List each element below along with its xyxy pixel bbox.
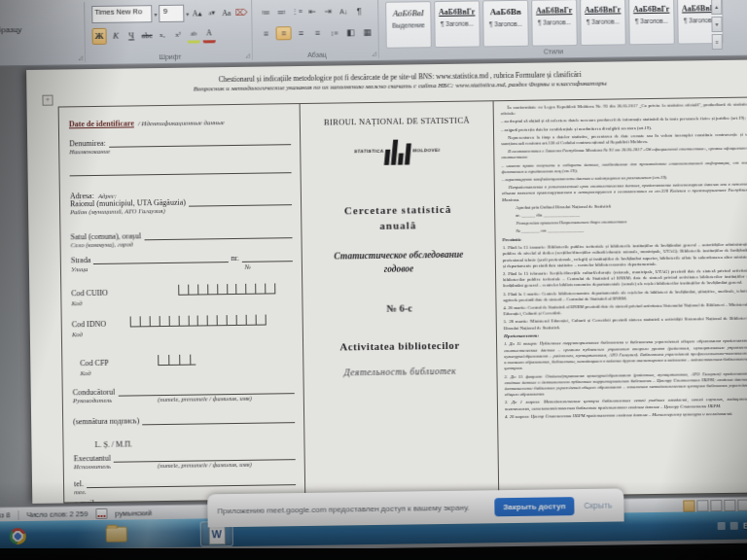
font-size-dropdown-icon[interactable]: ▾ [186,10,189,17]
styles-more-icon[interactable]: ≡ [712,34,723,50]
monitor-photo: Вырезать Копировать Формат по образцу Бу… [0,0,747,560]
email-label: e-mail [74,499,94,504]
language-indicator[interactable]: румынский [115,508,152,518]
paragraph-dialog-launcher-icon[interactable]: ◿ [372,50,376,56]
decrease-indent-icon[interactable]: ⇤ [305,6,319,18]
align-left-icon[interactable]: ≡ [260,27,273,39]
clipboard-dialog-launcher-icon[interactable]: ◿ [78,53,83,60]
style-tile[interactable]: АаБбВвГг ¶ Заголов... [531,0,578,47]
line-spacing-icon[interactable]: ↕≡ [327,26,340,38]
survey-title-ro-2: anuală [307,218,488,232]
view-switcher [683,500,747,512]
style-tile[interactable]: АаБбВвГг ¶ Заголов... [580,0,626,46]
clipboard-group: Вырезать Копировать Формат по образцу Бу… [0,2,86,63]
web-layout-view-icon[interactable] [710,500,722,511]
form-table: Date de identificare / Идентификационные… [58,97,747,504]
style-tile[interactable]: АаБбВв ¶ Заголов... [482,0,529,47]
subject-ru: Деятельность библиотек [309,366,490,378]
section-title-ro: Date de identificare [69,119,134,128]
align-right-icon[interactable]: ≡ [295,27,308,39]
change-case-button[interactable]: Аа [220,5,232,19]
semnatura-blank [142,413,295,425]
style-tile[interactable]: АаБбВвГг ¶ Заголов... [434,0,480,48]
hide-link[interactable]: Скрыть [584,501,612,510]
title-column: BIROUL NAȚIONAL DE STATISTICĂ STATISTICA… [301,101,500,499]
tray-icon[interactable] [718,521,726,529]
chrome-taskbar-button[interactable] [2,524,33,547]
styles-group: АаБбВвІ Выделение АаБбВвГг ¶ Заголов... … [381,0,725,58]
increase-indent-icon[interactable]: ⇥ [321,6,335,18]
outline-view-icon[interactable] [724,500,735,511]
denumirea-blank-2 [69,164,291,176]
strikethrough-button[interactable]: abc [140,28,153,43]
style-tile[interactable]: АаБбВвГг ¶ Заголов... [628,0,675,45]
tel-label: tel. [74,479,84,488]
nr-label: nr. [231,254,239,262]
page-count[interactable]: из 8 [0,510,10,519]
chrome-icon [9,528,25,544]
tray-icon[interactable] [730,521,738,529]
form-number: № 6-c [308,301,489,315]
multilevel-list-icon[interactable]: ⋮≡ [290,6,303,18]
bold-button[interactable]: Ж [91,27,106,44]
grow-font-button[interactable]: А▴ [191,6,203,20]
cfp-cells [158,355,196,367]
clipboard-group-label: Буфер обмена [0,54,85,63]
underline-button[interactable]: Ч [124,28,137,43]
paragraph-group: ≔ ≕ ⋮≡ ⇤ ⇥ А↓ ¶ ≡ ≡ ≡ ≡ ↕≡ ◧ ▦ Абзац ◿ [255,0,379,60]
legal-column: În conformitate cu Legea Republicii Mold… [494,98,747,497]
styles-scroll-down-icon[interactable]: ▼ [711,17,722,32]
stop-sharing-button[interactable]: Закрыть доступ [494,497,574,516]
survey-title-ru-1: Статистическое обследование [308,249,489,262]
monitor-bezel [0,548,747,560]
keyboard-language[interactable]: EN [743,520,747,530]
table-move-handle-icon[interactable]: + [42,95,53,106]
borders-icon[interactable]: ▦ [360,26,374,38]
word-count[interactable]: Число слов: 2 259 [26,509,88,519]
font-color-button[interactable]: А [202,25,215,43]
strada-blank [93,253,228,264]
idno-cells [130,315,267,328]
italic-button[interactable]: К [110,28,123,43]
numbering-icon[interactable]: ≕ [274,6,288,18]
font-family-select[interactable]: Times New Ro [91,5,153,23]
system-tray: EN [718,511,747,541]
pilcrow-icon[interactable]: ¶ [352,5,366,17]
text-highlight-button[interactable]: ab [187,25,199,43]
font-group-label: Шрифт [89,52,252,61]
nr-blank [242,252,293,262]
shrink-font-button[interactable]: а▾ [205,6,218,20]
justify-icon[interactable]: ≡ [311,27,325,39]
fullscreen-view-icon[interactable] [696,500,708,511]
draft-view-icon[interactable] [737,500,747,511]
section-title-ru: / Идентификационные данные [138,119,225,126]
bullets-icon[interactable]: ≔ [259,6,272,18]
font-dialog-launcher-icon[interactable]: ◿ [245,52,250,58]
style-tile[interactable]: АаБбВвІ Выделение [385,1,432,49]
format-painter-button[interactable]: Формат по образцу [0,23,85,36]
explorer-taskbar-button[interactable] [101,522,132,545]
sort-icon[interactable]: А↓ [337,5,350,17]
clear-formatting-button[interactable]: ⌦ [234,5,247,19]
font-size-select[interactable]: 9 [160,5,185,22]
subscript-button[interactable]: х₂ [156,27,168,42]
meet-share-notification: Приложению meet.google.com предоставлен … [207,488,623,527]
cfp-label: Cod CFP [80,359,109,368]
identification-column: Date de identificare / Идентификационные… [59,104,306,502]
align-center-icon[interactable]: ≡ [275,26,291,40]
font-family-dropdown-icon[interactable]: ▾ [155,11,158,18]
document-page[interactable]: Chestionarul și indicațiile metodologice… [26,60,747,504]
spellcheck-icon[interactable] [95,508,107,519]
semnatura-label: (semnătura подпись) [73,416,139,426]
sat-blank [144,228,292,240]
cuiio-cells [178,283,275,295]
print-layout-view-icon[interactable] [683,500,694,511]
statistica-moldovei-logo: STATISTICA MOLDOVEI [305,134,489,166]
superscript-button[interactable]: х² [171,27,184,42]
raion-blank [189,195,292,206]
strada-label: Strada [71,256,91,264]
styles-scroll-up-icon[interactable]: ▲ [711,0,722,15]
cuiio-label: Cod CUIIO [71,289,108,298]
shading-icon[interactable]: ◧ [343,26,357,38]
stampila-label: L. Ș. / М.П. [94,439,132,449]
